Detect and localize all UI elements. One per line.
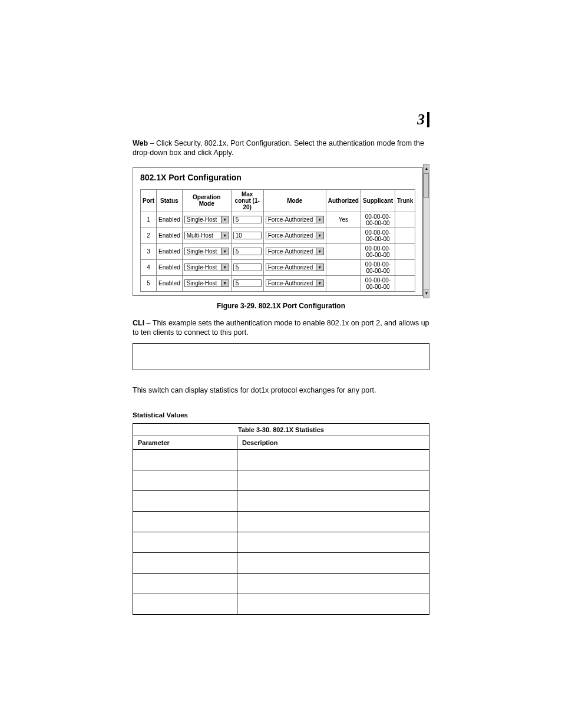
col-trunk: Trunk bbox=[395, 189, 415, 212]
table-row: Rx Last EAPOLVerThe protocol version num… bbox=[133, 594, 429, 615]
stats-desc: The number of EAPOL frames that have bee… bbox=[237, 491, 429, 512]
status-cell: Enabled bbox=[157, 275, 183, 291]
trunk-cell bbox=[395, 259, 415, 275]
operation-mode-select[interactable]: Single-Host▼ bbox=[184, 216, 229, 223]
status-cell: Enabled bbox=[157, 259, 183, 275]
supplicant-cell: 00-00-00-00-00-00 bbox=[361, 212, 395, 228]
chevron-down-icon: ▼ bbox=[316, 248, 323, 255]
stats-table-title: Table 3-30. 802.1X Statistics bbox=[133, 424, 429, 436]
stats-param-header: Parameter bbox=[133, 436, 237, 450]
web-instructions: Web – Click Security, 802.1x, Port Confi… bbox=[133, 139, 429, 158]
status-cell: Enabled bbox=[157, 243, 183, 259]
trunk-cell bbox=[395, 275, 415, 291]
col-supp: Supplicant bbox=[361, 189, 395, 212]
table-row: Rx EAPOL TotalThe number of valid EAPOL … bbox=[133, 512, 429, 532]
stats-desc: The number of valid EAPOL frames of any … bbox=[237, 512, 429, 532]
mode-select[interactable]: Force-Authorized▼ bbox=[266, 216, 324, 223]
chevron-down-icon: ▼ bbox=[221, 216, 229, 223]
trunk-cell bbox=[395, 228, 415, 243]
port-cell: 4 bbox=[141, 259, 157, 275]
stats-param: Rx EAPOL Start bbox=[133, 450, 237, 470]
figure-title: 802.1X Port Configuration bbox=[140, 173, 415, 182]
trunk-cell bbox=[395, 243, 415, 259]
col-status: Status bbox=[157, 189, 183, 212]
stats-param: Rx Last EAPOLVer bbox=[133, 594, 237, 615]
chapter-marker: 3 bbox=[417, 112, 429, 127]
table-row: Rx EAP Resp/OthThe number of valid EAP R… bbox=[133, 553, 429, 574]
col-port: Port bbox=[141, 189, 157, 212]
max-count-input[interactable]: 10 bbox=[233, 232, 262, 239]
col-mode: Mode bbox=[263, 189, 326, 212]
figure-container: 802.1X Port Configuration Port Status Op… bbox=[133, 164, 429, 298]
operation-mode-select[interactable]: Single-Host▼ bbox=[184, 263, 229, 271]
mode-select[interactable]: Force-Authorized▼ bbox=[266, 232, 324, 239]
mode-select[interactable]: Force-Authorized▼ bbox=[266, 248, 324, 255]
authorized-cell bbox=[326, 228, 361, 243]
operation-mode-select[interactable]: Single-Host▼ bbox=[184, 248, 229, 255]
max-count-input[interactable]: 5 bbox=[233, 279, 262, 287]
supplicant-cell: 00-00-00-00-00-00 bbox=[361, 243, 395, 259]
stats-param: Rx EAPOL Logoff bbox=[133, 470, 237, 491]
col-opmode: Operation Mode bbox=[182, 189, 231, 212]
authorized-cell bbox=[326, 275, 361, 291]
table-row: Rx EAPOL StartThe number of EAPOL Start … bbox=[133, 450, 429, 470]
table-row: Rx EAP Resp/IdThe number of EAP Resp/Id … bbox=[133, 532, 429, 553]
stats-param: Rx EAPOL Invalid bbox=[133, 491, 237, 512]
chevron-down-icon: ▼ bbox=[221, 264, 229, 271]
authorized-cell bbox=[326, 259, 361, 275]
stats-intro: This switch can display statistics for d… bbox=[133, 386, 429, 395]
chevron-down-icon: ▼ bbox=[316, 264, 323, 271]
stats-param: Rx EAPOL Total bbox=[133, 512, 237, 532]
chevron-down-icon: ▼ bbox=[316, 280, 323, 286]
stats-desc: The number of EAP Resp/Id frames that ha… bbox=[237, 532, 429, 553]
scrollbar-thumb[interactable] bbox=[424, 173, 429, 198]
port-cell: 2 bbox=[141, 228, 157, 243]
mode-select[interactable]: Force-Authorized▼ bbox=[266, 279, 324, 287]
stats-desc: The number of EAPOL frames that have bee… bbox=[237, 574, 429, 594]
statistical-values-heading: Statistical Values bbox=[133, 411, 429, 419]
statistics-table: Table 3-30. 802.1X Statistics Parameter … bbox=[133, 423, 429, 615]
table-row: 1EnabledSingle-Host▼5Force-Authorized▼Ye… bbox=[141, 212, 415, 228]
chevron-down-icon: ▼ bbox=[221, 248, 229, 255]
port-config-table: Port Status Operation Mode Max conut (1-… bbox=[140, 189, 415, 292]
stats-desc: The number of valid EAP Response frames … bbox=[237, 553, 429, 574]
scrollbar[interactable]: ▴ ▾ bbox=[423, 164, 429, 298]
col-auth: Authorized bbox=[326, 189, 361, 212]
figure-caption: Figure 3-29. 802.1X Port Configuration bbox=[133, 302, 429, 310]
stats-param: Rx EAP Resp/Oth bbox=[133, 553, 237, 574]
chevron-down-icon: ▼ bbox=[221, 280, 229, 286]
stats-desc-header: Description bbox=[237, 436, 429, 450]
table-row: 2EnabledMulti-Host▼10Force-Authorized▼00… bbox=[141, 228, 415, 243]
trunk-cell bbox=[395, 212, 415, 228]
stats-desc: The number of EAPOL Logoff frames that h… bbox=[237, 470, 429, 491]
operation-mode-select[interactable]: Multi-Host▼ bbox=[184, 232, 229, 239]
authorized-cell bbox=[326, 243, 361, 259]
cli-instructions: CLI – This example sets the authenticati… bbox=[133, 318, 429, 338]
chevron-down-icon: ▼ bbox=[221, 232, 229, 239]
supplicant-cell: 00-00-00-00-00-00 bbox=[361, 275, 395, 291]
port-cell: 5 bbox=[141, 275, 157, 291]
table-row: Rx EAPOL LogoffThe number of EAPOL Logof… bbox=[133, 470, 429, 491]
max-count-input[interactable]: 5 bbox=[233, 216, 262, 223]
col-maxcount: Max conut (1-20) bbox=[231, 189, 263, 212]
operation-mode-select[interactable]: Single-Host▼ bbox=[184, 279, 229, 287]
status-cell: Enabled bbox=[157, 212, 183, 228]
mode-select[interactable]: Force-Authorized▼ bbox=[266, 263, 324, 271]
scroll-down-icon[interactable]: ▾ bbox=[423, 289, 429, 298]
max-count-input[interactable]: 5 bbox=[233, 263, 262, 271]
supplicant-cell: 00-00-00-00-00-00 bbox=[361, 228, 395, 243]
stats-param: Rx EAP LenError bbox=[133, 574, 237, 594]
max-count-input[interactable]: 5 bbox=[233, 248, 262, 255]
table-row: 3EnabledSingle-Host▼5Force-Authorized▼00… bbox=[141, 243, 415, 259]
table-row: 5EnabledSingle-Host▼5Force-Authorized▼00… bbox=[141, 275, 415, 291]
authorized-cell: Yes bbox=[326, 212, 361, 228]
table-row: Rx EAPOL InvalidThe number of EAPOL fram… bbox=[133, 491, 429, 512]
scroll-up-icon[interactable]: ▴ bbox=[423, 164, 429, 173]
chevron-down-icon: ▼ bbox=[316, 216, 323, 223]
supplicant-cell: 00-00-00-00-00-00 bbox=[361, 259, 395, 275]
stats-desc: The protocol version number carried in t… bbox=[237, 594, 429, 615]
status-cell: Enabled bbox=[157, 228, 183, 243]
table-row: 4EnabledSingle-Host▼5Force-Authorized▼00… bbox=[141, 259, 415, 275]
stats-param: Rx EAP Resp/Id bbox=[133, 532, 237, 553]
stats-desc: The number of EAPOL Start frames that ha… bbox=[237, 450, 429, 470]
